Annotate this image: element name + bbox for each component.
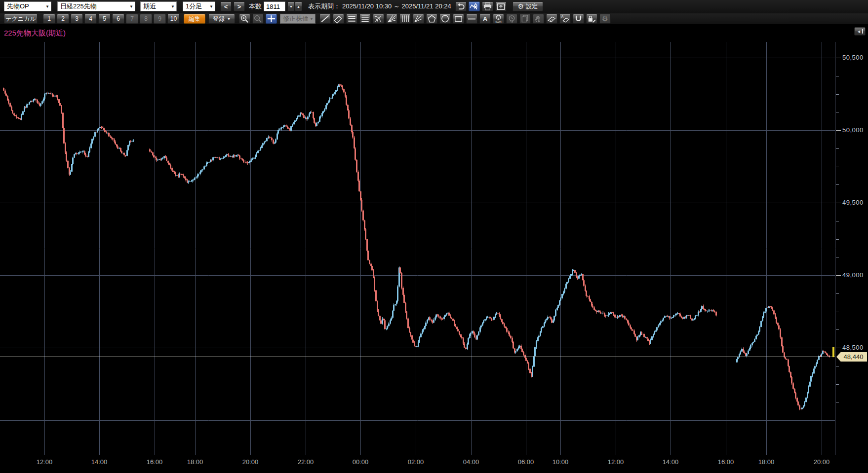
gann-fan-icon	[413, 14, 424, 24]
lock-edit-icon[interactable]	[586, 14, 597, 24]
magnet-icon[interactable]	[573, 14, 584, 24]
x-axis-label: 10:00	[552, 458, 569, 466]
bar-count-input[interactable]	[264, 1, 285, 11]
lines-4-icon	[360, 14, 370, 24]
bar-count-increment-button[interactable]: ▲	[295, 1, 302, 11]
clock-history-icon	[507, 14, 517, 24]
price-axis[interactable]: 48,440 48,50049,00049,50050,00050,500	[836, 42, 868, 455]
crosshair-pointer-icon[interactable]	[469, 1, 480, 11]
x-axis-label: 20:00	[242, 458, 259, 466]
preset-button-1[interactable]: 1	[43, 14, 55, 24]
chevron-down-icon: ▼	[227, 17, 231, 21]
y-axis-label: 50,000	[842, 126, 864, 134]
fan-lines-icon[interactable]	[386, 14, 397, 24]
instrument-category-select[interactable]: 先物OP ▼	[4, 1, 51, 11]
ellipse-icon[interactable]	[439, 14, 451, 24]
preset-button-9: 9	[154, 14, 166, 24]
zoom-in-icon[interactable]	[239, 14, 250, 24]
ruler-icon[interactable]	[333, 14, 344, 24]
candlestick-chart[interactable]	[0, 42, 836, 455]
lines-3-icon	[347, 14, 357, 24]
copy-icon	[519, 14, 531, 24]
time-axis[interactable]: 12:0014:0016:0018:0020:0022:0000:0002:00…	[0, 455, 868, 473]
x-axis-label: 22:00	[298, 458, 314, 466]
contract-month-select[interactable]: 期近 ▼	[140, 1, 177, 11]
copy-icon	[520, 14, 530, 24]
horizontal-line-icon	[467, 14, 477, 24]
symbol-select[interactable]: 日経225先物 ▼	[57, 1, 135, 11]
print-icon[interactable]	[482, 1, 493, 11]
vertical-lines-icon[interactable]	[399, 14, 411, 24]
eraser-all-icon[interactable]: A	[559, 14, 571, 24]
preset-button-6[interactable]: 6	[112, 14, 124, 24]
symbol-value: 日経225先物	[60, 2, 128, 11]
edit-button[interactable]: 編集	[184, 14, 205, 24]
x-axis-label: 20:00	[814, 458, 830, 466]
settings-button[interactable]: ⚙ 設定	[513, 1, 543, 11]
trend-line-icon	[320, 14, 330, 24]
fib-arc-icon	[373, 14, 384, 24]
y-axis-tick	[836, 384, 839, 385]
lock-edit-icon	[587, 14, 597, 24]
svg-text:A: A	[483, 15, 488, 23]
adjusted-price-value: 修正株価	[283, 14, 308, 23]
x-axis-label: 16:00	[718, 458, 734, 466]
timeframe-select[interactable]: 1分足 ▼	[183, 1, 215, 11]
fan-lines-icon	[387, 14, 397, 24]
undo-icon[interactable]	[455, 1, 467, 11]
hand-tool-icon	[533, 14, 544, 24]
collapse-panel-button[interactable]: ◄	[854, 27, 866, 36]
instrument-category-value: 先物OP	[7, 2, 44, 11]
tool-gear-icon: ⚙	[599, 14, 611, 24]
bar-count-decrement-button[interactable]: ▼	[287, 1, 295, 11]
rectangle-icon[interactable]	[453, 14, 464, 24]
x-axis-label: 14:00	[663, 458, 679, 466]
preset-button-2[interactable]: 2	[57, 14, 69, 24]
ellipse-icon	[440, 14, 450, 24]
eraser-icon	[547, 14, 557, 24]
y-axis-tick	[836, 184, 839, 185]
preset-button-4[interactable]: 4	[84, 14, 97, 24]
y-axis-label: 48,500	[842, 344, 864, 351]
preset-button-10[interactable]: 10	[167, 14, 180, 24]
icon-stamp-icon: ICON	[493, 14, 504, 24]
y-axis-tick	[836, 239, 839, 240]
pentagon-icon[interactable]	[426, 14, 437, 24]
eraser-icon[interactable]	[546, 14, 557, 24]
text-tool-icon: A	[480, 14, 490, 24]
x-axis-label: 18:00	[187, 458, 203, 466]
period-value: 2025/11/20 10:30 ～ 2025/11/21 20:24	[342, 2, 451, 11]
scroll-forward-button[interactable]: >	[234, 1, 245, 11]
register-button[interactable]: 登録 ▼	[208, 14, 235, 24]
trend-line-icon[interactable]	[319, 14, 331, 24]
icon-stamp-icon[interactable]: ICON	[493, 14, 504, 24]
main-toolbar: 先物OP ▼ 日経225先物 ▼ 期近 ▼ 1分足 ▼ < > 本数 ▼ ▲ 表…	[0, 0, 868, 13]
tools-toolbar: テクニカル 12345678910 編集 登録 ▼ 修正株価 ▼ AICONA⚙	[0, 13, 868, 25]
y-axis-tick	[836, 130, 841, 131]
chevron-down-icon: ▼	[208, 4, 215, 9]
chevron-down-icon: ▼	[169, 4, 176, 9]
collapse-bar-icon	[862, 29, 863, 34]
svg-text:A: A	[561, 15, 564, 18]
gann-fan-icon[interactable]	[413, 14, 424, 24]
chevron-down-icon: ▼	[44, 4, 51, 9]
chevron-down-icon: ▼	[308, 17, 315, 21]
horizontal-line-icon[interactable]	[466, 14, 477, 24]
y-axis-tick	[836, 293, 839, 294]
y-axis-tick	[836, 112, 839, 112]
preset-button-3[interactable]: 3	[71, 14, 83, 24]
scroll-back-button[interactable]: <	[220, 1, 232, 11]
y-axis-label: 49,500	[842, 199, 864, 206]
y-axis-tick	[836, 58, 841, 58]
fib-arc-icon[interactable]	[373, 14, 384, 24]
text-tool-icon[interactable]: A	[479, 14, 491, 24]
lines-3-icon[interactable]	[346, 14, 357, 24]
popout-icon[interactable]	[495, 1, 507, 11]
crosshair-icon[interactable]	[266, 14, 277, 24]
period-label: 表示期間：	[308, 2, 340, 11]
lines-4-icon[interactable]	[359, 14, 371, 24]
x-axis-label: 00:00	[353, 458, 369, 466]
preset-button-5[interactable]: 5	[98, 14, 111, 24]
undo-icon	[456, 1, 466, 11]
technical-button[interactable]: テクニカル	[4, 14, 38, 24]
